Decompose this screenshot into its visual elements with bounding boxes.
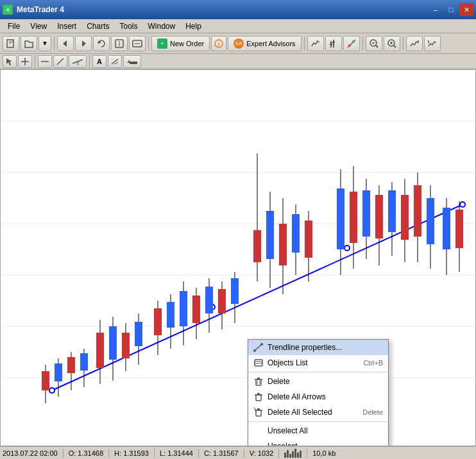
svg-marker-6 — [63, 40, 67, 47]
app-title: MetaTrader 4 — [17, 5, 64, 14]
svg-rect-85 — [253, 230, 261, 262]
svg-point-22 — [348, 44, 351, 47]
svg-line-114 — [255, 344, 262, 351]
ctx-trendline-properties[interactable]: Trendline properties... — [248, 340, 388, 355]
toolbar-new[interactable] — [3, 36, 19, 51]
draw-sep2 — [89, 54, 90, 69]
status-sep6 — [278, 449, 279, 458]
svg-rect-55 — [42, 371, 49, 390]
menu-view[interactable]: View — [25, 21, 52, 32]
menu-file[interactable]: File — [3, 21, 25, 32]
delete-selected-icon — [253, 407, 264, 417]
status-sep2 — [108, 449, 109, 458]
delete-arrows-icon — [253, 392, 264, 402]
toolbar-zoom-out-btn[interactable] — [366, 36, 382, 51]
alert-button[interactable]: ! — [211, 36, 226, 51]
svg-rect-83 — [231, 278, 239, 304]
ctx-sep1 — [248, 372, 388, 372]
svg-rect-69 — [135, 322, 142, 346]
svg-rect-59 — [67, 357, 75, 373]
svg-rect-17 — [330, 44, 332, 45]
minimize-button[interactable]: – — [429, 3, 443, 16]
status-sep1 — [63, 449, 64, 458]
status-sep5 — [244, 449, 244, 458]
status-low: L: 1.31444 — [160, 449, 193, 457]
svg-point-116 — [260, 343, 263, 346]
menu-tools[interactable]: Tools — [115, 21, 143, 32]
draw-arrows[interactable] — [123, 55, 141, 68]
svg-rect-93 — [305, 221, 312, 258]
ctx-objects-list[interactable]: Objects List Ctrl+B — [248, 355, 388, 371]
draw-cursor[interactable] — [3, 55, 17, 68]
toolbar-periods2[interactable] — [424, 36, 441, 51]
svg-rect-107 — [414, 185, 421, 237]
ctx-delete-arrows[interactable]: Delete All Arrows — [248, 389, 388, 405]
chart-area[interactable]: Trendline properties... Objects List Ctr… — [0, 69, 476, 446]
expert-advisors-button[interactable]: EA Expert Advisors — [228, 36, 301, 51]
menu-bar: File View Insert Charts Tools Window Hel… — [0, 19, 476, 33]
expert-icon: EA — [234, 38, 244, 49]
menu-help[interactable]: Help — [180, 21, 207, 32]
svg-line-30 — [394, 46, 396, 47]
menu-insert[interactable]: Insert — [52, 21, 81, 32]
toolbar-something[interactable] — [111, 36, 128, 51]
main-toolbar: ▼ + New Order ! EA Expert Advisors — [0, 33, 476, 54]
toolbar-open[interactable] — [21, 36, 37, 51]
svg-text:4: 4 — [6, 7, 10, 13]
svg-rect-67 — [122, 333, 130, 358]
svg-marker-7 — [82, 40, 86, 47]
ctx-unselect-all[interactable]: Unselect All — [248, 423, 388, 438]
ctx-unselect[interactable]: Unselect — [248, 438, 388, 446]
chart-svg — [1, 70, 476, 410]
ctx-delete[interactable]: Delete — [248, 374, 388, 389]
status-volume: V: 1032 — [250, 449, 274, 457]
status-filesize: 10,0 kb — [312, 449, 336, 457]
toolbar-zoom-in[interactable] — [129, 36, 146, 51]
menu-charts[interactable]: Charts — [81, 21, 114, 32]
maximize-button[interactable]: □ — [444, 3, 458, 16]
svg-point-115 — [253, 349, 256, 352]
draw-fibonacci[interactable] — [108, 55, 122, 68]
svg-rect-128 — [256, 410, 261, 416]
svg-rect-63 — [96, 333, 104, 368]
sep4 — [362, 37, 363, 51]
svg-rect-99 — [362, 190, 370, 237]
svg-rect-97 — [350, 192, 357, 243]
status-sep3 — [154, 449, 155, 458]
trendline-props-icon — [253, 342, 264, 353]
toolbar-refresh[interactable] — [93, 36, 110, 51]
draw-text[interactable]: A — [92, 55, 106, 68]
toolbar-zoom-in-btn[interactable] — [384, 36, 400, 51]
svg-rect-113 — [455, 210, 463, 248]
svg-rect-120 — [256, 380, 261, 385]
toolbar-chart1[interactable] — [307, 36, 324, 51]
svg-rect-20 — [332, 42, 335, 43]
toolbar-back[interactable] — [57, 36, 74, 51]
svg-rect-57 — [55, 363, 62, 381]
ctx-delete-arrows-label: Delete All Arrows — [268, 392, 326, 401]
new-order-button[interactable]: + New Order — [151, 36, 210, 51]
toolbar-dropdown[interactable]: ▼ — [38, 36, 51, 51]
toolbar-forward[interactable] — [75, 36, 92, 51]
close-button[interactable]: ✕ — [459, 3, 473, 16]
draw-crosshair[interactable] — [18, 55, 32, 68]
svg-rect-73 — [167, 302, 174, 328]
svg-rect-71 — [154, 308, 162, 335]
svg-marker-33 — [6, 58, 12, 65]
status-sep4 — [198, 449, 199, 458]
volume-chart — [284, 449, 302, 458]
toolbar-chart2[interactable] — [325, 36, 342, 51]
sep3 — [304, 37, 305, 51]
ctx-delete-selected[interactable]: Delete All Selected Delete — [248, 405, 388, 420]
draw-diagonal[interactable] — [53, 55, 67, 68]
draw-line[interactable] — [38, 55, 52, 68]
draw-shape[interactable]: E — [69, 55, 87, 68]
svg-rect-79 — [205, 287, 213, 313]
status-bar: 2013.07.22 02:00 O: 1.31468 H: 1.31593 L… — [0, 446, 476, 459]
toolbar-periods1[interactable] — [406, 36, 423, 51]
status-high: H: 1.31593 — [114, 449, 149, 457]
toolbar-chart3[interactable] — [343, 36, 360, 51]
svg-marker-42 — [127, 60, 137, 64]
window-controls: – □ ✕ — [429, 3, 473, 16]
menu-window[interactable]: Window — [143, 21, 181, 32]
